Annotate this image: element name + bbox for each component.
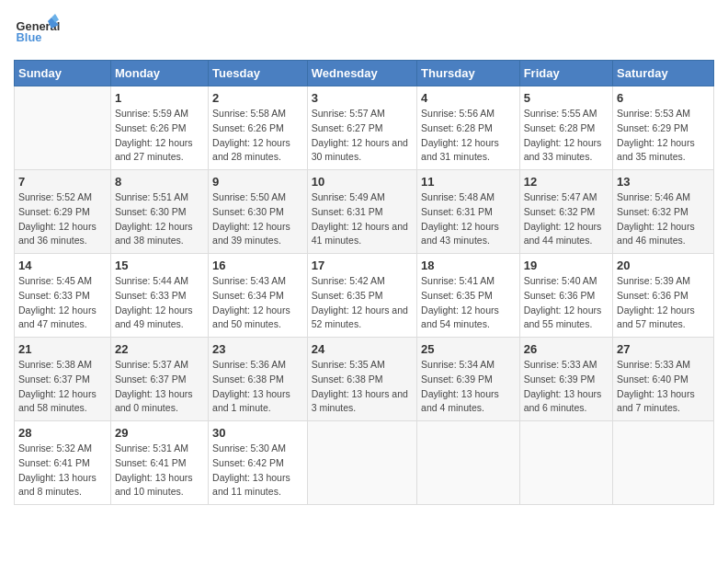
calendar-cell: 19Sunrise: 5:40 AMSunset: 6:36 PMDayligh… <box>519 254 612 338</box>
calendar-week-row: 7Sunrise: 5:52 AMSunset: 6:29 PMDaylight… <box>15 170 714 254</box>
calendar-cell: 17Sunrise: 5:42 AMSunset: 6:35 PMDayligh… <box>307 254 416 338</box>
day-info: Sunrise: 5:47 AMSunset: 6:32 PMDaylight:… <box>524 190 609 248</box>
calendar-week-row: 28Sunrise: 5:32 AMSunset: 6:41 PMDayligh… <box>15 421 714 505</box>
calendar-cell: 7Sunrise: 5:52 AMSunset: 6:29 PMDaylight… <box>15 170 111 254</box>
day-info: Sunrise: 5:35 AMSunset: 6:38 PMDaylight:… <box>312 358 413 416</box>
calendar-cell: 18Sunrise: 5:41 AMSunset: 6:35 PMDayligh… <box>417 254 520 338</box>
calendar-cell: 4Sunrise: 5:56 AMSunset: 6:28 PMDaylight… <box>417 86 520 170</box>
calendar-week-row: 1Sunrise: 5:59 AMSunset: 6:26 PMDaylight… <box>15 86 714 170</box>
day-number: 13 <box>617 175 710 189</box>
day-info: Sunrise: 5:31 AMSunset: 6:41 PMDaylight:… <box>115 442 204 500</box>
day-number: 9 <box>212 175 303 189</box>
calendar-cell: 1Sunrise: 5:59 AMSunset: 6:26 PMDaylight… <box>110 86 208 170</box>
day-of-week-header: Thursday <box>417 61 520 86</box>
calendar-cell: 10Sunrise: 5:49 AMSunset: 6:31 PMDayligh… <box>307 170 416 254</box>
day-info: Sunrise: 5:48 AMSunset: 6:31 PMDaylight:… <box>421 190 516 248</box>
day-number: 18 <box>421 259 516 272</box>
calendar-cell: 15Sunrise: 5:44 AMSunset: 6:33 PMDayligh… <box>110 254 208 338</box>
day-number: 17 <box>312 259 413 272</box>
day-number: 4 <box>421 91 516 105</box>
day-info: Sunrise: 5:41 AMSunset: 6:35 PMDaylight:… <box>421 274 516 332</box>
calendar-cell: 28Sunrise: 5:32 AMSunset: 6:41 PMDayligh… <box>15 421 111 505</box>
calendar-header-row: SundayMondayTuesdayWednesdayThursdayFrid… <box>15 61 714 86</box>
day-number: 27 <box>617 342 710 356</box>
page-header: General Blue <box>14 14 714 51</box>
day-number: 16 <box>212 259 303 272</box>
calendar-table: SundayMondayTuesdayWednesdayThursdayFrid… <box>14 60 714 505</box>
logo-icon: General Blue <box>14 14 60 51</box>
calendar-cell: 8Sunrise: 5:51 AMSunset: 6:30 PMDaylight… <box>110 170 208 254</box>
calendar-cell: 16Sunrise: 5:43 AMSunset: 6:34 PMDayligh… <box>209 254 308 338</box>
calendar-cell: 29Sunrise: 5:31 AMSunset: 6:41 PMDayligh… <box>110 421 208 505</box>
day-number: 29 <box>115 426 204 440</box>
day-number: 20 <box>617 259 710 272</box>
calendar-cell: 30Sunrise: 5:30 AMSunset: 6:42 PMDayligh… <box>209 421 308 505</box>
day-info: Sunrise: 5:51 AMSunset: 6:30 PMDaylight:… <box>115 190 204 248</box>
day-info: Sunrise: 5:44 AMSunset: 6:33 PMDaylight:… <box>115 274 204 332</box>
day-number: 2 <box>212 91 303 105</box>
day-of-week-header: Monday <box>110 61 208 86</box>
calendar-cell: 9Sunrise: 5:50 AMSunset: 6:30 PMDaylight… <box>209 170 308 254</box>
day-info: Sunrise: 5:50 AMSunset: 6:30 PMDaylight:… <box>212 190 303 248</box>
day-number: 28 <box>18 426 107 440</box>
day-number: 3 <box>312 91 413 105</box>
day-info: Sunrise: 5:40 AMSunset: 6:36 PMDaylight:… <box>524 274 609 332</box>
day-of-week-header: Saturday <box>613 61 714 86</box>
day-number: 15 <box>115 259 204 272</box>
day-number: 1 <box>115 91 204 105</box>
day-of-week-header: Sunday <box>15 61 111 86</box>
calendar-cell <box>519 421 612 505</box>
day-info: Sunrise: 5:52 AMSunset: 6:29 PMDaylight:… <box>18 190 107 248</box>
day-info: Sunrise: 5:43 AMSunset: 6:34 PMDaylight:… <box>212 274 303 332</box>
day-number: 10 <box>312 175 413 189</box>
day-info: Sunrise: 5:34 AMSunset: 6:39 PMDaylight:… <box>421 358 516 416</box>
day-number: 25 <box>421 342 516 356</box>
calendar-cell: 6Sunrise: 5:53 AMSunset: 6:29 PMDaylight… <box>613 86 714 170</box>
calendar-cell: 14Sunrise: 5:45 AMSunset: 6:33 PMDayligh… <box>15 254 111 338</box>
day-number: 19 <box>524 259 609 272</box>
day-info: Sunrise: 5:53 AMSunset: 6:29 PMDaylight:… <box>617 107 710 165</box>
day-number: 23 <box>212 342 303 356</box>
calendar-cell: 25Sunrise: 5:34 AMSunset: 6:39 PMDayligh… <box>417 338 520 421</box>
calendar-cell <box>307 421 416 505</box>
calendar-cell <box>15 86 111 170</box>
day-number: 21 <box>18 342 107 356</box>
day-info: Sunrise: 5:49 AMSunset: 6:31 PMDaylight:… <box>312 190 413 248</box>
day-info: Sunrise: 5:33 AMSunset: 6:40 PMDaylight:… <box>617 358 710 416</box>
calendar-cell: 3Sunrise: 5:57 AMSunset: 6:27 PMDaylight… <box>307 86 416 170</box>
day-number: 7 <box>18 175 107 189</box>
calendar-cell: 20Sunrise: 5:39 AMSunset: 6:36 PMDayligh… <box>613 254 714 338</box>
day-info: Sunrise: 5:37 AMSunset: 6:37 PMDaylight:… <box>115 358 204 416</box>
day-number: 8 <box>115 175 204 189</box>
calendar-cell: 27Sunrise: 5:33 AMSunset: 6:40 PMDayligh… <box>613 338 714 421</box>
calendar-cell: 13Sunrise: 5:46 AMSunset: 6:32 PMDayligh… <box>613 170 714 254</box>
day-info: Sunrise: 5:58 AMSunset: 6:26 PMDaylight:… <box>212 107 303 165</box>
calendar-cell: 22Sunrise: 5:37 AMSunset: 6:37 PMDayligh… <box>110 338 208 421</box>
calendar-cell: 24Sunrise: 5:35 AMSunset: 6:38 PMDayligh… <box>307 338 416 421</box>
day-info: Sunrise: 5:56 AMSunset: 6:28 PMDaylight:… <box>421 107 516 165</box>
day-number: 26 <box>524 342 609 356</box>
calendar-cell: 2Sunrise: 5:58 AMSunset: 6:26 PMDaylight… <box>209 86 308 170</box>
svg-text:Blue: Blue <box>17 30 42 44</box>
day-info: Sunrise: 5:32 AMSunset: 6:41 PMDaylight:… <box>18 442 107 500</box>
day-number: 22 <box>115 342 204 356</box>
calendar-cell <box>417 421 520 505</box>
calendar-cell: 12Sunrise: 5:47 AMSunset: 6:32 PMDayligh… <box>519 170 612 254</box>
calendar-cell: 11Sunrise: 5:48 AMSunset: 6:31 PMDayligh… <box>417 170 520 254</box>
day-number: 12 <box>524 175 609 189</box>
day-info: Sunrise: 5:39 AMSunset: 6:36 PMDaylight:… <box>617 274 710 332</box>
calendar-cell: 5Sunrise: 5:55 AMSunset: 6:28 PMDaylight… <box>519 86 612 170</box>
day-of-week-header: Friday <box>519 61 612 86</box>
calendar-cell: 26Sunrise: 5:33 AMSunset: 6:39 PMDayligh… <box>519 338 612 421</box>
day-info: Sunrise: 5:55 AMSunset: 6:28 PMDaylight:… <box>524 107 609 165</box>
day-number: 30 <box>212 426 303 440</box>
day-of-week-header: Wednesday <box>307 61 416 86</box>
day-info: Sunrise: 5:57 AMSunset: 6:27 PMDaylight:… <box>312 107 413 165</box>
day-number: 14 <box>18 259 107 272</box>
day-info: Sunrise: 5:36 AMSunset: 6:38 PMDaylight:… <box>212 358 303 416</box>
calendar-cell: 21Sunrise: 5:38 AMSunset: 6:37 PMDayligh… <box>15 338 111 421</box>
day-info: Sunrise: 5:46 AMSunset: 6:32 PMDaylight:… <box>617 190 710 248</box>
calendar-cell <box>613 421 714 505</box>
calendar-week-row: 14Sunrise: 5:45 AMSunset: 6:33 PMDayligh… <box>15 254 714 338</box>
day-info: Sunrise: 5:42 AMSunset: 6:35 PMDaylight:… <box>312 274 413 332</box>
